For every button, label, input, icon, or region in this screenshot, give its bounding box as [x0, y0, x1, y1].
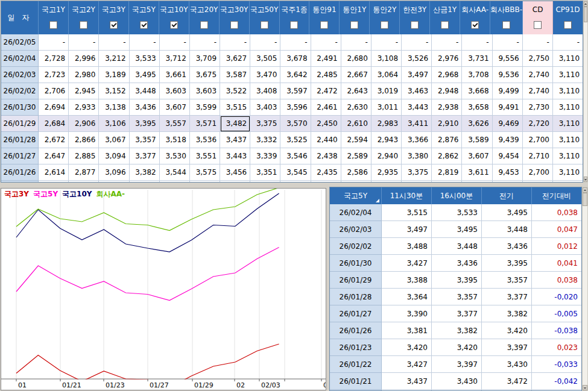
detail-header-16시00분[interactable]: 16시00분 — [432, 187, 482, 204]
yield-cell[interactable]: 2,938 — [432, 99, 462, 116]
column-checkbox[interactable] — [502, 21, 510, 29]
yield-row-26/01/29[interactable]: 26/01/292,6842,9063,1063,3953,5573,5713,… — [1, 116, 583, 132]
value-1130-cell[interactable]: 3,488 — [382, 238, 432, 255]
yield-cell[interactable]: 2,877 — [69, 164, 99, 181]
detail-date-cell[interactable]: 26/02/02 — [330, 238, 382, 255]
yield-cell[interactable]: 3,403 — [250, 99, 280, 116]
yield-cell[interactable]: 3,570 — [280, 116, 311, 132]
yield-cell[interactable]: 2,667 — [341, 67, 371, 83]
value-1130-cell[interactable]: 3,515 — [382, 204, 432, 221]
yield-cell[interactable]: 3,110 — [553, 51, 583, 67]
yield-cell[interactable]: 3,456 — [220, 164, 250, 181]
yield-cell[interactable]: 2,866 — [69, 132, 99, 148]
yield-cell[interactable]: 3,611 — [462, 164, 492, 181]
value-1600-cell[interactable]: 3,382 — [432, 322, 482, 339]
yield-cell[interactable]: 3,678 — [280, 51, 311, 67]
detail-date-cell[interactable]: 26/01/23 — [330, 339, 382, 356]
value-1600-cell[interactable]: 3,357 — [432, 289, 482, 305]
detail-row-26/01/22[interactable]: 26/01/223,4273,3973,430-0,033 — [330, 356, 581, 373]
yield-cell[interactable]: 3,712 — [160, 51, 190, 67]
yield-cell[interactable]: 3,110 — [553, 83, 583, 99]
diff-cell[interactable]: 0,012 — [532, 238, 581, 255]
value-1600-cell[interactable]: 3,448 — [432, 238, 482, 255]
yield-cell[interactable]: 3,064 — [371, 67, 402, 83]
yield-cell[interactable]: 3,011 — [371, 99, 402, 116]
yield-cell[interactable]: 3,443 — [402, 99, 432, 116]
detail-header-11시30분[interactable]: 11시30분 — [382, 187, 432, 204]
yield-cell[interactable]: 9,556 — [493, 51, 523, 67]
yield-cell[interactable]: 9,536 — [493, 67, 523, 83]
yield-cell[interactable]: 3,411 — [402, 116, 432, 132]
prev-value-cell[interactable]: 3,436 — [482, 238, 532, 255]
column-header-회사AA-[interactable]: 회사AA- — [460, 1, 490, 34]
yield-cell[interactable]: 3,599 — [190, 99, 220, 116]
yield-cell[interactable]: 3,515 — [220, 99, 250, 116]
yield-cell[interactable]: 2,983 — [371, 116, 402, 132]
yield-cell[interactable]: 2,730 — [523, 99, 553, 116]
yield-cell[interactable]: 9,491 — [493, 99, 523, 116]
value-1600-cell[interactable]: 3,495 — [432, 221, 482, 238]
yield-cell[interactable]: 3,110 — [553, 67, 583, 83]
diff-cell[interactable]: -0,020 — [532, 289, 581, 305]
yield-cell[interactable]: 3,351 — [250, 164, 280, 181]
yield-cell[interactable]: 2,945 — [69, 83, 99, 99]
column-header-국고5Y[interactable]: 국고5Y — [129, 1, 159, 34]
value-1130-cell[interactable]: 3,381 — [382, 322, 432, 339]
yield-cell[interactable]: 3,377 — [130, 148, 160, 164]
date-cell[interactable]: 26/02/03 — [1, 67, 39, 83]
yield-cell[interactable]: 3,096 — [99, 164, 129, 181]
yield-cell[interactable]: 2,594 — [341, 132, 371, 148]
yield-cell[interactable]: - — [371, 34, 402, 51]
yield-cell[interactable]: 3,627 — [220, 51, 250, 67]
diff-cell[interactable]: 0,041 — [532, 255, 581, 272]
yield-cell[interactable]: 3,675 — [190, 67, 220, 83]
value-1600-cell[interactable]: 3,377 — [432, 305, 482, 322]
yield-cell[interactable]: 2,472 — [311, 83, 341, 99]
yield-cell[interactable]: 3,530 — [160, 148, 190, 164]
yield-cell[interactable]: 3,108 — [371, 51, 402, 67]
yield-cell[interactable]: 3,110 — [553, 148, 583, 164]
yield-cell[interactable]: 2,980 — [69, 67, 99, 83]
yield-cell[interactable]: 2,680 — [341, 51, 371, 67]
yield-cell[interactable]: 2,906 — [69, 116, 99, 132]
yield-row-26/02/03[interactable]: 26/02/032,7232,9803,1893,4953,6613,6753,… — [1, 67, 583, 83]
column-header-회사BBB-[interactable]: 회사BBB- — [490, 1, 523, 34]
column-checkbox[interactable] — [534, 21, 542, 29]
yield-cell[interactable]: - — [250, 34, 280, 51]
column-header-CP91D[interactable]: CP91D — [553, 1, 583, 34]
detail-row-26/01/28[interactable]: 26/01/283,3643,3573,377-0,020 — [330, 289, 581, 305]
yield-cell[interactable]: 3,094 — [99, 148, 129, 164]
detail-row-26/01/29[interactable]: 26/01/293,3883,3953,3570,038 — [330, 272, 581, 289]
yield-cell[interactable]: 3,642 — [280, 67, 311, 83]
yield-cell[interactable]: 3,589 — [462, 132, 492, 148]
column-checkbox[interactable] — [350, 21, 358, 29]
yield-cell[interactable]: 2,740 — [523, 83, 553, 99]
yield-cell[interactable]: 2,943 — [371, 132, 402, 148]
yield-cell[interactable]: - — [402, 34, 432, 51]
yield-cell[interactable]: 3,668 — [462, 83, 492, 99]
yield-cell[interactable]: 2,910 — [432, 116, 462, 132]
value-1130-cell[interactable]: 3,437 — [382, 373, 432, 390]
yield-cell[interactable]: 2,968 — [432, 67, 462, 83]
yield-cell[interactable]: 3,518 — [160, 132, 190, 148]
yield-cell[interactable]: 3,138 — [99, 99, 129, 116]
detail-date-cell[interactable]: 26/01/26 — [330, 322, 382, 339]
detail-date-cell[interactable]: 26/01/22 — [330, 356, 382, 373]
yield-cell[interactable]: 3,436 — [130, 99, 160, 116]
yield-cell[interactable]: 3,557 — [160, 116, 190, 132]
column-checkbox[interactable] — [441, 21, 449, 29]
yield-cell[interactable]: 3,482 — [220, 116, 250, 132]
column-checkbox-checked[interactable] — [170, 21, 178, 29]
prev-value-cell[interactable]: 3,448 — [482, 221, 532, 238]
value-1130-cell[interactable]: 3,364 — [382, 289, 432, 305]
column-checkbox-checked[interactable] — [140, 21, 148, 29]
value-1600-cell[interactable]: 3,397 — [432, 356, 482, 373]
yield-cell[interactable]: - — [553, 34, 583, 51]
yield-cell[interactable]: 2,491 — [311, 51, 341, 67]
column-header-통안2Y[interactable]: 통안2Y — [370, 1, 400, 34]
yield-row-26/02/04[interactable]: 26/02/042,7282,9963,2123,5333,7123,7093,… — [1, 51, 583, 67]
prev-value-cell[interactable]: 3,357 — [482, 272, 532, 289]
yield-cell[interactable]: 3,546 — [280, 148, 311, 164]
yield-cell[interactable]: 3,152 — [99, 83, 129, 99]
detail-row-26/01/27[interactable]: 26/01/273,3903,3773,382-0,005 — [330, 305, 581, 322]
